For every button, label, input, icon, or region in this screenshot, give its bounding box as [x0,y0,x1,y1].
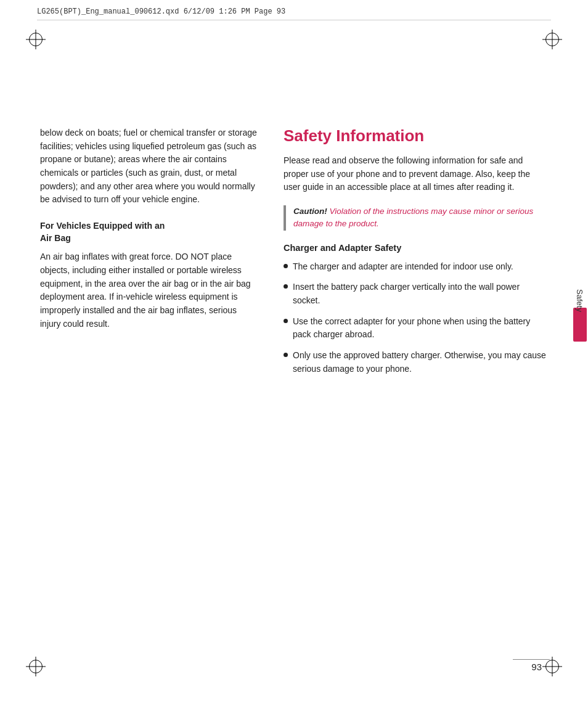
left-intro-text: below deck on boats; fuel or chemical tr… [40,126,259,207]
intro-text: Please read and observe the following in… [284,154,548,194]
header-filename: LG265(BPT)_Eng_manual_090612.qxd 6/12/09… [37,7,285,16]
list-item: Insert the battery pack charger vertical… [284,281,548,307]
right-column: Safety Information Please read and obser… [277,52,548,654]
bullet-list: The charger and adapter are intended for… [284,260,548,376]
side-tab: Safety [568,296,588,342]
airbag-section-heading: For Vehicles Equipped with an Air Bag [40,220,259,244]
bullet-text: Only use the approved battery charger. O… [293,349,548,376]
caution-body: Violation of the instructions may cause … [293,207,533,228]
bullet-dot [284,284,288,289]
list-item: The charger and adapter are intended for… [284,260,548,274]
left-column: below deck on boats; fuel or chemical tr… [40,52,277,654]
list-item: Only use the approved battery charger. O… [284,349,548,376]
airbag-body-text: An air bag inflates with great force. DO… [40,250,259,330]
caution-label: Caution! [293,207,327,216]
safety-heading: Safety Information [284,126,548,146]
content-area: below deck on boats; fuel or chemical tr… [40,52,548,654]
bottom-divider [513,659,550,660]
charger-heading: Charger and Adapter Safety [284,243,548,253]
page-number: 93 [531,662,542,672]
bullet-text: Insert the battery pack charger vertical… [293,281,548,307]
bullet-text: The charger and adapter are intended for… [293,260,513,274]
side-tab-label: Safety [575,289,584,312]
side-tab-bar [573,308,587,342]
caution-box: Caution! Violation of the instructions m… [284,205,548,231]
reg-mark-tr [542,30,562,49]
bullet-dot [284,264,288,268]
caution-text: Caution! Violation of the instructions m… [293,205,548,231]
list-item: Use the correct adapter for your phone w… [284,315,548,342]
reg-mark-tl [26,30,46,49]
bullet-dot [284,353,288,357]
page-container: LG265(BPT)_Eng_manual_090612.qxd 6/12/09… [0,0,588,706]
header-bar: LG265(BPT)_Eng_manual_090612.qxd 6/12/09… [37,7,551,20]
bullet-dot [284,319,288,323]
bullet-text: Use the correct adapter for your phone w… [293,315,548,342]
reg-mark-bl [26,657,46,676]
